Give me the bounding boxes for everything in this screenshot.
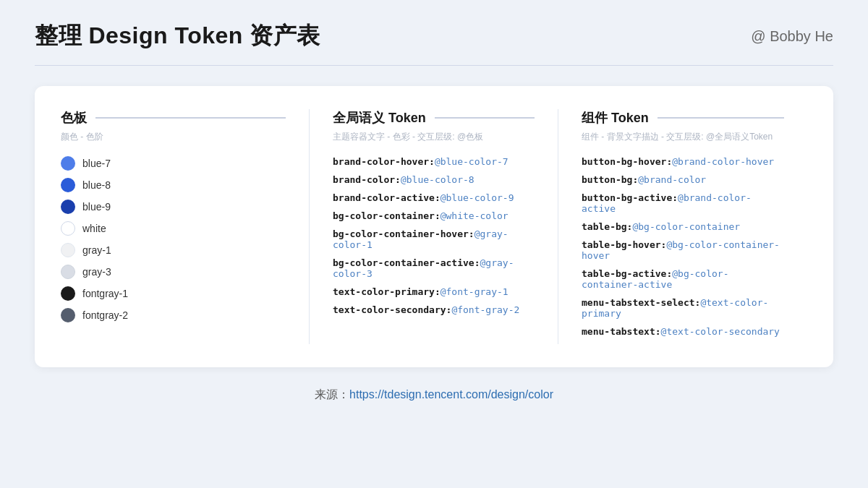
palette-line xyxy=(95,117,286,119)
global-subtitle: 主题容器文字 - 色彩 - 交互层级: @色板 xyxy=(333,131,535,143)
global-token-column: 全局语义 Token 主题容器文字 - 色彩 - 交互层级: @色板 brand… xyxy=(310,109,558,344)
token-name: button-bg-active: xyxy=(582,192,678,203)
list-item: blue-8 xyxy=(61,178,286,192)
swatch-fontgray-1 xyxy=(61,286,75,301)
list-item: gray-3 xyxy=(61,265,286,279)
token-ref: @font-gray-1 xyxy=(441,286,509,297)
token-name: button-bg: xyxy=(582,174,638,185)
footer-label: 来源： xyxy=(315,388,349,401)
component-token-column: 组件 Token 组件 - 背景文字描边 - 交互层级: @全局语义Token … xyxy=(558,109,807,344)
token-ref: @brand-color-hover xyxy=(672,156,774,167)
list-item: bg-color-container:@white-color xyxy=(333,210,535,221)
token-name: bg-color-container-active: xyxy=(333,257,480,268)
token-name: bg-color-container-hover: xyxy=(333,228,475,239)
token-ref: @brand-color xyxy=(638,174,706,185)
list-item: brand-color-active:@blue-color-9 xyxy=(333,192,535,203)
global-title: 全局语义 Token xyxy=(333,109,426,127)
token-ref: @text-color-secondary xyxy=(661,326,780,337)
list-item: bg-color-container-hover:@gray-color-1 xyxy=(333,228,535,250)
color-label-fontgray-1: fontgray-1 xyxy=(82,288,128,299)
swatch-blue-8 xyxy=(61,178,75,192)
list-item: menu-tabstext:@text-color-secondary xyxy=(582,326,784,337)
list-item: table-bg-hover:@bg-color-container-hover xyxy=(582,239,784,261)
list-item: fontgray-1 xyxy=(61,286,286,301)
swatch-blue-9 xyxy=(61,200,75,214)
list-item: fontgray-2 xyxy=(61,308,286,322)
token-name: bg-color-container: xyxy=(333,210,441,221)
color-label-white: white xyxy=(82,223,106,234)
list-item: white xyxy=(61,221,286,236)
list-item: button-bg-hover:@brand-color-hover xyxy=(582,156,784,167)
list-item: menu-tabstext-select:@text-color-primary xyxy=(582,297,784,319)
color-label-gray-3: gray-3 xyxy=(82,266,111,278)
author-label: @ Bobby He xyxy=(751,28,833,45)
list-item: text-color-secondary:@font-gray-2 xyxy=(333,304,535,315)
token-ref: @blue-color-9 xyxy=(441,192,514,203)
swatch-fontgray-2 xyxy=(61,308,75,322)
color-label-blue-8: blue-8 xyxy=(82,179,111,191)
color-label-gray-1: gray-1 xyxy=(82,244,111,256)
list-item: table-bg-active:@bg-color-container-acti… xyxy=(582,268,784,290)
page-title: 整理 Design Token 资产表 xyxy=(35,20,320,52)
component-title: 组件 Token xyxy=(582,109,649,127)
swatch-gray-1 xyxy=(61,243,75,257)
list-item: gray-1 xyxy=(61,243,286,257)
token-name: brand-color: xyxy=(333,174,401,185)
token-name: brand-color-active: xyxy=(333,192,441,203)
token-name: button-bg-hover: xyxy=(582,156,672,167)
token-ref: @blue-color-7 xyxy=(435,156,509,167)
list-item: button-bg-active:@brand-color-active xyxy=(582,192,784,214)
list-item: blue-9 xyxy=(61,200,286,214)
list-item: button-bg:@brand-color xyxy=(582,174,784,185)
color-label-fontgray-2: fontgray-2 xyxy=(82,309,128,321)
swatch-blue-7 xyxy=(61,156,75,171)
token-ref: @font-gray-2 xyxy=(451,304,519,315)
color-label-blue-9: blue-9 xyxy=(82,201,111,213)
list-item: text-color-primary:@font-gray-1 xyxy=(333,286,535,297)
token-name: menu-tabstext-select: xyxy=(582,297,700,308)
component-subtitle: 组件 - 背景文字描边 - 交互层级: @全局语义Token xyxy=(582,131,784,143)
token-ref: @bg-color-container xyxy=(632,221,740,232)
token-name: table-bg-active: xyxy=(582,268,672,279)
list-item: brand-color:@blue-color-8 xyxy=(333,174,535,185)
list-item: brand-color-hover:@blue-color-7 xyxy=(333,156,535,167)
swatch-white xyxy=(61,221,75,236)
global-line xyxy=(435,117,535,119)
color-label-blue-7: blue-7 xyxy=(82,158,111,169)
footer-url[interactable]: https://tdesign.tencent.com/design/color xyxy=(349,388,553,401)
token-name: brand-color-hover: xyxy=(333,156,435,167)
component-line xyxy=(658,117,784,119)
palette-column: 色板 颜色 - 色阶 blue-7 blue-8 blue-9 white xyxy=(61,109,310,344)
token-name: table-bg: xyxy=(582,221,632,232)
list-item: bg-color-container-active:@gray-color-3 xyxy=(333,257,535,279)
header-divider xyxy=(35,65,833,66)
swatch-gray-3 xyxy=(61,265,75,279)
token-name: menu-tabstext: xyxy=(582,326,661,337)
footer: 来源：https://tdesign.tencent.com/design/co… xyxy=(0,388,868,403)
palette-subtitle: 颜色 - 色阶 xyxy=(61,131,286,143)
token-name: text-color-primary: xyxy=(333,286,441,297)
token-ref: @blue-color-8 xyxy=(401,174,475,185)
list-item: table-bg:@bg-color-container xyxy=(582,221,784,232)
token-ref: @white-color xyxy=(441,210,509,221)
token-name: table-bg-hover: xyxy=(582,239,666,250)
list-item: blue-7 xyxy=(61,156,286,171)
palette-title: 色板 xyxy=(61,109,87,127)
token-name: text-color-secondary: xyxy=(333,304,451,315)
main-card: 色板 颜色 - 色阶 blue-7 blue-8 blue-9 white xyxy=(35,86,833,367)
